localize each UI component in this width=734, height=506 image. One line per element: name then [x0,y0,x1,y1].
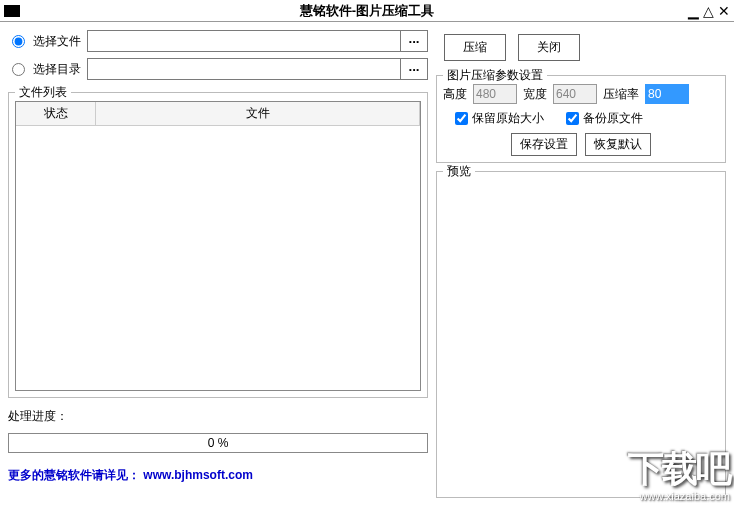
footer-line: 更多的慧铭软件请详见： www.bjhmsoft.com [8,467,428,484]
ratio-label: 压缩率 [603,86,639,103]
height-input [473,84,517,104]
preview-legend: 预览 [443,163,475,180]
browse-file-button[interactable]: ··· [400,30,428,52]
close-icon[interactable]: ✕ [718,4,730,18]
restore-default-button[interactable]: 恢复默认 [585,133,651,156]
close-button[interactable]: 关闭 [518,34,580,61]
footer-link[interactable]: www.bjhmsoft.com [143,468,253,482]
footer-prefix: 更多的慧铭软件请详见： [8,468,140,482]
compress-button[interactable]: 压缩 [444,34,506,61]
width-input [553,84,597,104]
select-file-label: 选择文件 [33,33,81,50]
dir-path-input[interactable] [87,58,400,80]
file-list-legend: 文件列表 [15,84,71,101]
ratio-input[interactable] [645,84,689,104]
select-file-radio[interactable] [12,35,25,48]
file-list-fieldset: 文件列表 状态 文件 [8,92,428,398]
maximize-icon[interactable]: △ [703,4,714,18]
col-file[interactable]: 文件 [96,102,420,125]
params-fieldset: 图片压缩参数设置 高度 宽度 压缩率 保留原始大小 备份原文件 [436,75,726,163]
window-title: 慧铭软件-图片压缩工具 [300,2,434,20]
select-dir-label: 选择目录 [33,61,81,78]
params-legend: 图片压缩参数设置 [443,67,547,84]
progress-label: 处理进度： [8,408,428,425]
keep-size-checkbox[interactable] [455,112,468,125]
minimize-icon[interactable]: ▁ [688,4,699,18]
keep-size-label: 保留原始大小 [472,110,544,127]
file-path-input[interactable] [87,30,400,52]
preview-box: 预览 [436,171,726,498]
col-status[interactable]: 状态 [16,102,96,125]
titlebar: 慧铭软件-图片压缩工具 ▁ △ ✕ [0,0,734,22]
save-settings-button[interactable]: 保存设置 [511,133,577,156]
app-icon [4,9,20,13]
file-list[interactable]: 状态 文件 [15,101,421,391]
select-dir-radio[interactable] [12,63,25,76]
file-list-header: 状态 文件 [16,102,420,126]
progress-bar: 0 % [8,433,428,453]
width-label: 宽度 [523,86,547,103]
height-label: 高度 [443,86,467,103]
backup-label: 备份原文件 [583,110,643,127]
backup-checkbox[interactable] [566,112,579,125]
progress-text: 0 % [208,436,229,450]
browse-dir-button[interactable]: ··· [400,58,428,80]
